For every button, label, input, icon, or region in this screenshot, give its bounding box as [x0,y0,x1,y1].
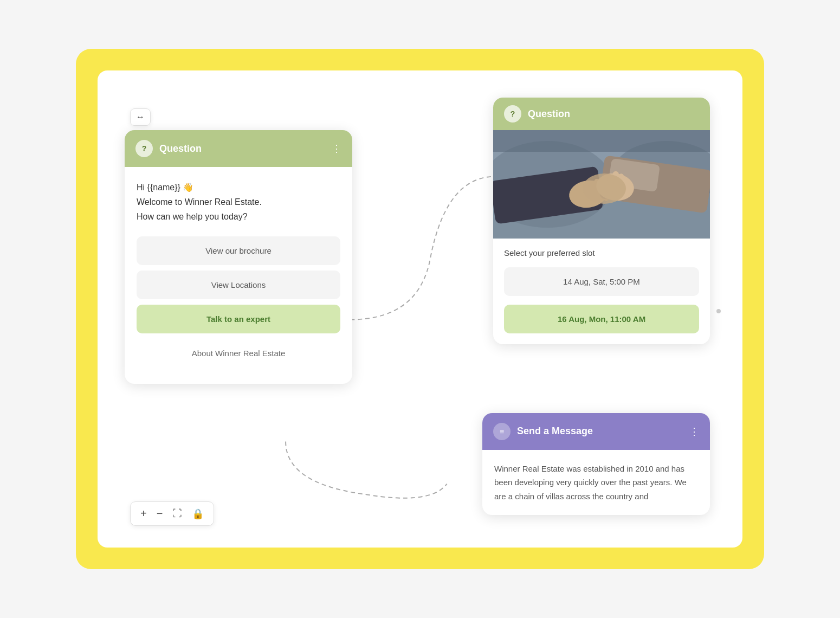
zoom-plus-button[interactable]: + [140,507,147,520]
resize-toolbar[interactable]: ↔ [130,108,151,126]
card-title-message: Send a Message [517,426,683,437]
svg-point-17 [583,173,626,204]
message-body: Winner Real Estate was established in 20… [482,450,710,516]
view-brochure-button[interactable]: View our brochure [137,236,340,265]
resize-icon[interactable]: ↔ [136,112,145,122]
slot-button-1[interactable]: 14 Aug, Sat, 5:00 PM [504,267,699,296]
scroll-indicator [716,309,721,313]
slot-button-2[interactable]: 16 Aug, Mon, 11:00 AM [504,305,699,333]
about-button[interactable]: About Winner Real Estate [137,339,340,368]
bottom-toolbar: + − ⛶ 🔒 [130,501,214,526]
card-body-left: Hi {{name}} 👋 Welcome to Winner Real Est… [125,167,352,384]
card-menu-message[interactable]: ⋮ [689,426,699,437]
question-card-left: ? Question ⋮ Hi {{name}} 👋 Welcome to Wi… [125,130,352,384]
outer-frame: ↔ ? Question ⋮ Hi {{name}} 👋 Welcome to … [76,49,764,569]
canvas: ↔ ? Question ⋮ Hi {{name}} 👋 Welcome to … [98,70,742,548]
card-header-right: ? Question [493,98,710,130]
zoom-minus-button[interactable]: − [157,507,163,520]
svg-rect-18 [493,130,710,152]
question-icon-left: ? [135,140,153,157]
message-text: Winner Real Estate was established in 20… [494,462,698,504]
card-title-right: Question [528,108,699,120]
talk-to-expert-button[interactable]: Talk to an expert [137,305,340,333]
card-header-message: ≡ Send a Message ⋮ [482,413,710,450]
lock-button[interactable]: 🔒 [192,508,204,520]
card-title-left: Question [159,143,325,154]
question-card-right: ? Question [493,98,710,344]
message-icon: ≡ [493,423,511,440]
fullscreen-button[interactable]: ⛶ [172,508,182,519]
question-icon-right: ? [504,105,521,123]
slot-select-label: Select your preferred slot [493,239,710,263]
card-header-left: ? Question ⋮ [125,130,352,167]
send-message-card: ≡ Send a Message ⋮ Winner Real Estate wa… [482,413,710,516]
handshake-image [493,130,710,239]
view-locations-button[interactable]: View Locations [137,271,340,299]
greeting-text: Hi {{name}} 👋 Welcome to Winner Real Est… [137,180,340,224]
card-menu-left[interactable]: ⋮ [332,143,341,154]
